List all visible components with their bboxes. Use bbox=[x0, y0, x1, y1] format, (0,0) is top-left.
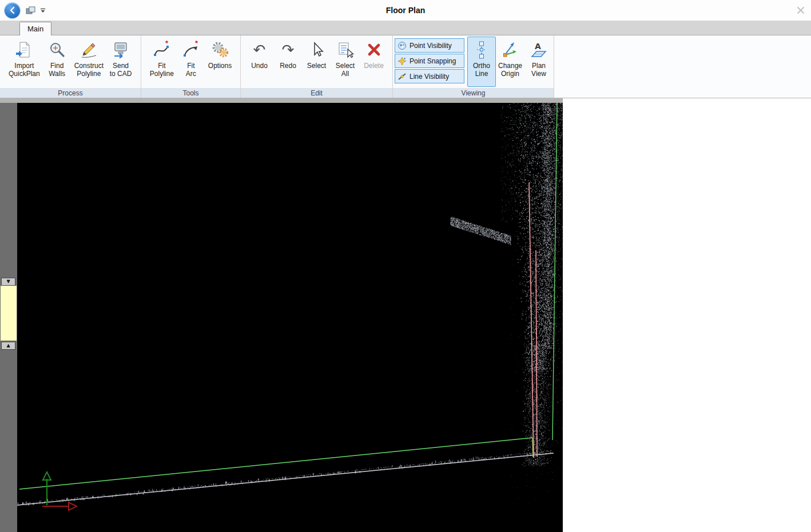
window-title: Floor Plan bbox=[386, 6, 425, 15]
button-label: Fit bbox=[186, 62, 196, 70]
fit-polyline-button[interactable]: * FitPolyline bbox=[147, 37, 177, 87]
pointcloud-viewport[interactable] bbox=[17, 103, 563, 532]
fit-polyline-icon: * bbox=[153, 39, 171, 60]
fit-arc-icon: * bbox=[182, 39, 200, 60]
button-label: Polyline bbox=[150, 70, 174, 78]
button-label: Walls bbox=[49, 70, 65, 78]
group-label-viewing: Viewing bbox=[393, 88, 554, 98]
options-button[interactable]: Options bbox=[205, 37, 234, 87]
construct-polyline-button[interactable]: ConstructPolyline bbox=[71, 37, 106, 87]
ribbon-group-tools: * FitPolyline * FitArc bbox=[141, 35, 241, 98]
line-visibility-icon bbox=[397, 72, 407, 81]
button-label: QuickPlan bbox=[9, 70, 40, 78]
point-snapping-toggle[interactable]: Point Snapping bbox=[395, 54, 464, 68]
button-label: Construct bbox=[74, 62, 104, 70]
scroll-thumb[interactable] bbox=[1, 286, 17, 341]
close-icon[interactable] bbox=[796, 6, 805, 15]
button-label bbox=[280, 70, 296, 78]
svg-text:A: A bbox=[535, 42, 541, 51]
quick-access-toolbar bbox=[26, 6, 46, 15]
ribbon-tabstrip: Main bbox=[0, 21, 811, 35]
button-label: Ortho bbox=[473, 62, 490, 70]
workspace: ▼ ▲ bbox=[0, 98, 811, 532]
options-gears-icon bbox=[211, 39, 229, 60]
redo-button[interactable]: ↷ Redo bbox=[274, 37, 303, 87]
back-button[interactable] bbox=[5, 3, 20, 18]
button-label: to CAD bbox=[110, 70, 132, 78]
tab-main[interactable]: Main bbox=[19, 22, 51, 35]
ribbon-empty-area bbox=[554, 35, 811, 98]
button-label: Import bbox=[9, 62, 40, 70]
point-visibility-toggle[interactable]: Point Visibility bbox=[395, 38, 464, 53]
titlebar: Floor Plan bbox=[0, 0, 811, 21]
plan-view-button[interactable]: A PlanView bbox=[524, 37, 553, 87]
delete-icon bbox=[365, 39, 383, 60]
left-scrollbar: ▼ ▲ bbox=[0, 103, 17, 532]
button-label: Select bbox=[307, 62, 326, 70]
toggle-label: Line Visibility bbox=[410, 73, 449, 81]
send-to-cad-button[interactable]: Sendto CAD bbox=[106, 37, 135, 87]
redo-icon: ↷ bbox=[282, 39, 295, 60]
button-label bbox=[364, 70, 384, 78]
find-walls-icon bbox=[48, 39, 66, 60]
button-label: View bbox=[531, 70, 546, 78]
find-walls-button[interactable]: FindWalls bbox=[43, 37, 71, 87]
button-label: Origin bbox=[498, 70, 522, 78]
plan-view-icon: A bbox=[530, 39, 548, 60]
button-label: Options bbox=[208, 62, 232, 70]
button-label: Delete bbox=[364, 62, 384, 70]
button-label: All bbox=[336, 70, 355, 78]
button-label: Find bbox=[49, 62, 65, 70]
back-arrow-icon bbox=[9, 6, 17, 14]
button-label bbox=[208, 70, 232, 78]
ribbon-group-edit: ↶ Undo ↷ Redo Select bbox=[241, 35, 393, 98]
button-label bbox=[307, 70, 326, 78]
button-label: Select bbox=[336, 62, 355, 70]
change-origin-button[interactable]: ChangeOrigin bbox=[496, 37, 524, 87]
scroll-up-button[interactable]: ▲ bbox=[1, 342, 15, 350]
button-label: Arc bbox=[186, 70, 196, 78]
group-label-process: Process bbox=[0, 88, 141, 98]
import-quickplan-button[interactable]: ImportQuickPlan bbox=[6, 37, 43, 87]
change-origin-icon bbox=[501, 39, 519, 60]
ribbon: ImportQuickPlan FindWalls bbox=[0, 35, 811, 98]
button-label: Redo bbox=[280, 62, 296, 70]
select-cursor-icon bbox=[308, 39, 326, 60]
scroll-down-button[interactable]: ▼ bbox=[1, 278, 15, 286]
button-label: Send bbox=[110, 62, 132, 70]
button-label: Plan bbox=[531, 62, 546, 70]
viewport-area: ▼ ▲ bbox=[0, 98, 563, 532]
select-button[interactable]: Select bbox=[303, 37, 331, 87]
construct-polyline-icon bbox=[79, 39, 98, 60]
import-quickplan-icon bbox=[15, 39, 33, 60]
group-label-tools: Tools bbox=[141, 88, 240, 98]
toggle-label: Point Visibility bbox=[410, 42, 452, 50]
quick-access-dropdown-icon[interactable] bbox=[40, 7, 46, 14]
ortho-line-icon bbox=[472, 39, 491, 60]
svg-text:*: * bbox=[195, 41, 198, 47]
button-label: Change bbox=[498, 62, 522, 70]
right-empty-panel bbox=[563, 98, 811, 532]
ortho-line-button[interactable]: OrthoLine bbox=[467, 37, 496, 87]
ribbon-group-process: ImportQuickPlan FindWalls bbox=[0, 35, 141, 98]
window-copy-icon[interactable] bbox=[26, 6, 36, 15]
fit-arc-button[interactable]: * FitArc bbox=[177, 37, 205, 87]
ribbon-group-viewing: Point Visibility Point Snapping bbox=[393, 35, 554, 98]
select-all-button[interactable]: SelectAll bbox=[331, 37, 360, 87]
button-label: Polyline bbox=[74, 70, 104, 78]
point-visibility-icon bbox=[397, 41, 407, 50]
undo-button[interactable]: ↶ Undo bbox=[245, 37, 274, 87]
button-label: Line bbox=[473, 70, 490, 78]
undo-icon: ↶ bbox=[253, 39, 266, 60]
send-to-cad-icon bbox=[112, 39, 130, 60]
button-label bbox=[251, 70, 268, 78]
line-visibility-toggle[interactable]: Line Visibility bbox=[395, 69, 464, 83]
group-label-edit: Edit bbox=[241, 88, 392, 98]
point-snapping-icon bbox=[397, 57, 407, 66]
viewing-toggles: Point Visibility Point Snapping bbox=[395, 38, 464, 83]
delete-button[interactable]: Delete bbox=[360, 37, 388, 87]
toggle-label: Point Snapping bbox=[410, 57, 456, 65]
select-all-icon bbox=[336, 39, 355, 60]
button-label: Fit bbox=[150, 62, 174, 70]
button-label: Undo bbox=[251, 62, 268, 70]
